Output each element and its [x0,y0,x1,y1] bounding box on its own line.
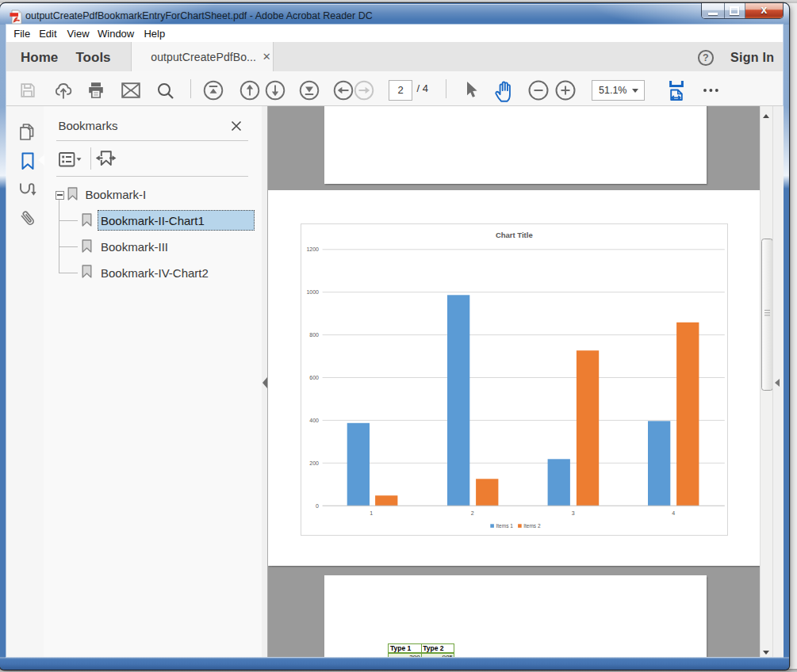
svg-text:4: 4 [672,510,675,515]
svg-text:800: 800 [309,332,319,338]
svg-text:1: 1 [370,510,373,515]
svg-text:400: 400 [309,418,319,423]
svg-text:2: 2 [471,510,474,515]
svg-text:3: 3 [572,510,575,515]
svg-text:Chart Title: Chart Title [496,231,533,239]
svg-text:Items 2: Items 2 [523,523,541,529]
svg-text:200: 200 [309,460,319,465]
svg-text:Items 1: Items 1 [496,523,513,529]
svg-text:600: 600 [309,375,319,380]
svg-text:1200: 1200 [306,246,319,252]
svg-text:1000: 1000 [306,289,319,295]
svg-text:0: 0 [316,502,319,508]
